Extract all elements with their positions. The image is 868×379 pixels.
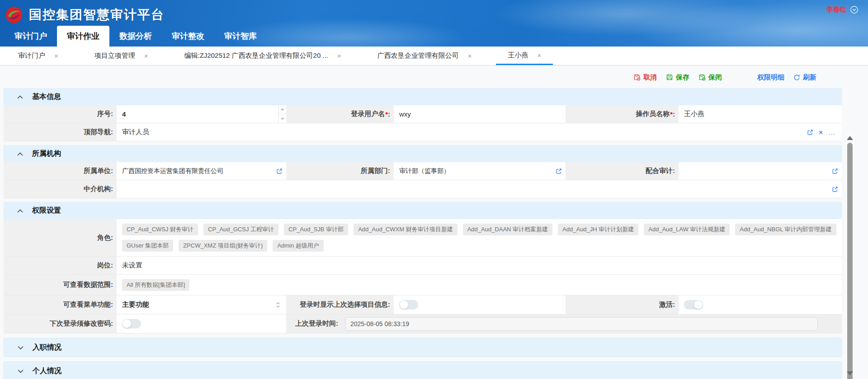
coop-audit-input[interactable] bbox=[679, 162, 842, 180]
close-icon[interactable]: × bbox=[337, 52, 341, 60]
last-login-label: 上次登录时间: bbox=[295, 319, 342, 328]
top-nav-input[interactable]: 审计人员 × … bbox=[117, 123, 842, 141]
brand: 国控集团智慧审计平台 bbox=[0, 0, 868, 25]
scrollbar-thumb[interactable] bbox=[847, 143, 853, 379]
app-logo-icon bbox=[5, 6, 23, 23]
nav-item-data-analysis[interactable]: 数据分析 bbox=[109, 26, 162, 47]
active-cell bbox=[679, 295, 842, 314]
permission-detail-label: 权限明细 bbox=[757, 73, 784, 82]
tab-project-setup[interactable]: 项目立项管理 × bbox=[83, 47, 160, 65]
menu-func-label: 可查看菜单功能: bbox=[4, 295, 117, 314]
scroll-up-icon[interactable] bbox=[847, 136, 853, 140]
menu-func-select[interactable]: 主要功能 bbox=[117, 295, 286, 314]
section-personal-header[interactable]: 个人情况 bbox=[4, 361, 842, 379]
number-spinner[interactable] bbox=[278, 105, 286, 123]
nav-item-audit-portal[interactable]: 审计门户 bbox=[5, 26, 57, 47]
roles-label: 角色: bbox=[4, 219, 117, 256]
role-tag: ZPCW_XMZ 项目组(财务审计) bbox=[179, 240, 267, 252]
dept-input[interactable]: 审计部（监事部） bbox=[394, 162, 566, 180]
operator-name-input[interactable]: 王小燕 bbox=[679, 105, 842, 123]
seq-input[interactable]: 4 bbox=[117, 105, 286, 123]
external-link-icon[interactable] bbox=[276, 168, 283, 174]
external-link-icon[interactable] bbox=[832, 168, 838, 174]
save-button[interactable]: 保存 bbox=[666, 73, 689, 82]
section-title: 个人情况 bbox=[33, 366, 61, 376]
data-scope-value: All 所有数据[集团本部] bbox=[117, 275, 842, 295]
permission-detail-button[interactable]: 权限明细 bbox=[757, 73, 784, 82]
row-unit-dept-coop: 所属单位: 广西国控资本运营集团有限责任公司 所属部门: 审计部（监事部） 配合… bbox=[4, 162, 842, 180]
nav-item-audit-work[interactable]: 审计作业 bbox=[57, 26, 109, 47]
role-tag: Admin 超级用户 bbox=[273, 240, 323, 252]
nav-item-audit-knowledge[interactable]: 审计智库 bbox=[214, 26, 267, 47]
chevron-up-icon bbox=[17, 150, 23, 158]
spinner-up-icon[interactable] bbox=[278, 105, 286, 114]
section-title: 权限设置 bbox=[32, 206, 61, 215]
tab-wangxiaoyan[interactable]: 王小燕 × bbox=[496, 47, 553, 65]
spinner-down-icon[interactable] bbox=[278, 114, 286, 123]
refresh-button[interactable]: 刷新 bbox=[793, 73, 816, 82]
nav-item-audit-rectify[interactable]: 审计整改 bbox=[162, 26, 214, 47]
tab-bar: 审计门户 × 项目立项管理 × 编辑:ZJ202512 广西农垦企业管理有限公司… bbox=[0, 47, 868, 66]
section-perms-header[interactable]: 权限设置 bbox=[4, 202, 842, 219]
cancel-button[interactable]: 取消 bbox=[633, 73, 657, 82]
save-close-button[interactable]: 保闭 bbox=[698, 73, 722, 82]
roles-taglist: CP_Aud_CWSJ 财务审计 CP_Aud_GCSJ 工程审计 CP_Aud… bbox=[117, 219, 842, 256]
role-tag: Add_Aud_DAAN 审计档案新建 bbox=[463, 224, 552, 235]
vertical-scrollbar[interactable] bbox=[845, 132, 854, 379]
change-pwd-toggle[interactable] bbox=[122, 319, 141, 328]
position-label: 岗位: bbox=[4, 257, 117, 274]
section-onboarding-header[interactable]: 入职情况 bbox=[4, 338, 842, 357]
user-name: 李春红 bbox=[826, 5, 847, 14]
row-roles: 角色: CP_Aud_CWSJ 财务审计 CP_Aud_GCSJ 工程审计 CP… bbox=[4, 219, 842, 257]
role-tag: Add_Aud_JH 审计计划新建 bbox=[558, 224, 638, 235]
save-close-label: 保闭 bbox=[708, 73, 722, 82]
role-tag: Add_Aud_CWXM 财务审计项目新建 bbox=[354, 224, 458, 235]
role-tag: Add_Aud_NBGL 审计内部管理新建 bbox=[735, 224, 836, 235]
floppy-close-icon bbox=[698, 74, 706, 81]
data-scope-tag: All 所有数据[集团本部] bbox=[122, 279, 189, 291]
close-icon[interactable]: × bbox=[537, 51, 541, 59]
external-link-icon[interactable] bbox=[556, 168, 562, 174]
role-tag: CP_Aud_SJB 审计部 bbox=[284, 224, 348, 235]
tab-audit-portal[interactable]: 审计门户 × bbox=[6, 47, 70, 65]
floppy-cancel-icon bbox=[633, 74, 641, 81]
position-value: 未设置 bbox=[117, 257, 842, 274]
tab-label: 项目立项管理 bbox=[94, 51, 135, 60]
row-menu-toggles: 可查看菜单功能: 主要功能 登录时显示上次选择项目信息: 激活: bbox=[4, 295, 842, 314]
user-menu[interactable]: 李春红 bbox=[826, 5, 858, 14]
section-title: 基本信息 bbox=[32, 92, 61, 102]
tab-label: 编辑:ZJ202512 广西农垦企业管理有限公司20 ... bbox=[184, 51, 328, 60]
role-tag: CP_Aud_GCSJ 工程审计 bbox=[203, 224, 278, 235]
scroll-down-icon[interactable] bbox=[847, 371, 853, 375]
external-link-icon[interactable] bbox=[832, 186, 838, 192]
row-top-nav: 顶部导航: 审计人员 × … bbox=[4, 123, 842, 141]
login-name-input[interactable]: wxy bbox=[394, 105, 566, 123]
tab-gxnk-company[interactable]: 广西农垦企业管理有限公司 × bbox=[366, 47, 484, 65]
app-header: 国控集团智慧审计平台 李春红 审计门户 审计作业 数据分析 审计整改 审计智库 bbox=[0, 0, 868, 47]
role-tag: Add_Aud_LAW 审计法规新建 bbox=[644, 224, 730, 235]
change-pwd-cell bbox=[117, 314, 286, 333]
chevron-up-icon bbox=[17, 93, 23, 101]
close-icon[interactable]: × bbox=[144, 52, 148, 60]
active-toggle[interactable] bbox=[684, 300, 703, 309]
last-login-value: 2025-08-05 08:33:19 bbox=[345, 317, 818, 331]
agency-input[interactable] bbox=[117, 180, 842, 198]
clear-icon[interactable]: × bbox=[819, 128, 823, 136]
unit-label: 所属单位: bbox=[4, 162, 117, 180]
dept-label: 所属部门: bbox=[286, 162, 394, 180]
more-icon[interactable]: … bbox=[828, 128, 835, 136]
section-basic-info-header[interactable]: 基本信息 bbox=[4, 88, 842, 105]
close-icon[interactable]: × bbox=[468, 52, 472, 60]
section-org-header[interactable]: 所属机构 bbox=[4, 145, 842, 162]
tab-edit-zj202512[interactable]: 编辑:ZJ202512 广西农垦企业管理有限公司20 ... × bbox=[173, 47, 353, 65]
user-dropdown-icon[interactable] bbox=[850, 6, 858, 14]
top-nav-label: 顶部导航: bbox=[4, 123, 117, 141]
close-icon[interactable]: × bbox=[54, 52, 58, 60]
chevron-up-icon bbox=[17, 206, 23, 215]
external-link-icon[interactable] bbox=[807, 129, 813, 136]
chevron-down-icon bbox=[18, 367, 24, 375]
show-last-project-toggle[interactable] bbox=[399, 300, 418, 309]
tab-label: 广西农垦企业管理有限公司 bbox=[377, 51, 459, 60]
seq-label: 序号: bbox=[4, 105, 117, 123]
unit-input[interactable]: 广西国控资本运营集团有限责任公司 bbox=[117, 162, 286, 180]
